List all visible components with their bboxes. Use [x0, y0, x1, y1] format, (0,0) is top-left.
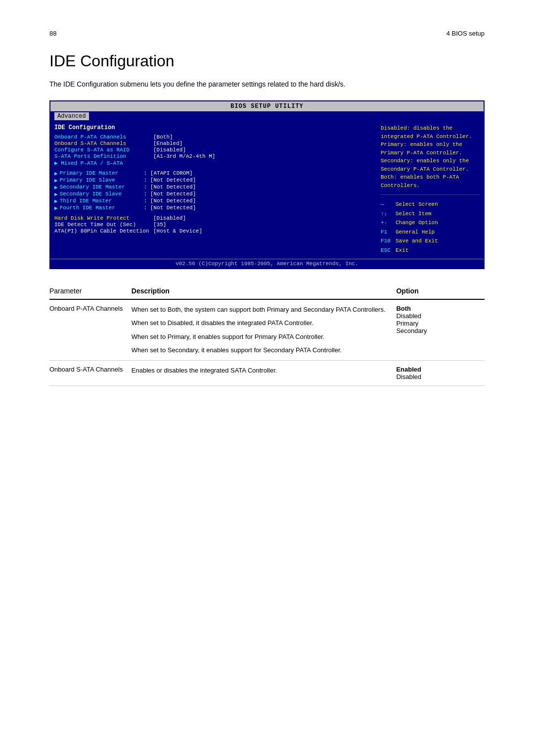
bios-key-f1: F1 General Help — [381, 228, 480, 237]
option-value: Enabled — [396, 366, 480, 373]
bios-menu-bar: Advanced — [50, 111, 484, 121]
bios-screenshot: BIOS SETUP UTILITY Advanced IDE Configur… — [49, 100, 485, 269]
bios-footer: v02.56 (C)Copyright 1985-2005, American … — [50, 259, 484, 268]
desc-paragraph: When set to Both, the system can support… — [132, 305, 392, 315]
bios-value-primary-slave: : [Not Detected] — [144, 177, 196, 184]
bios-key-select-item: ↑↓ Select Item — [381, 210, 480, 219]
bios-row-write-protect: Hard Disk Write Protect [Disabled] — [54, 215, 377, 221]
page-number: 88 — [49, 30, 56, 37]
bios-item-third-master: ▶ Third IDE Master : [Not Detected] — [54, 198, 377, 204]
bios-value-raid: [Disabled] — [153, 147, 186, 153]
bios-help-secondary: Secondary: enables only the Secondary P-… — [381, 157, 480, 173]
bios-row-ports: S-ATA Ports Definition [A1-3rd M/A2-4th … — [54, 153, 377, 159]
bios-help-disabled: Disabled: disables the integrated P-ATA … — [381, 124, 480, 141]
bios-value-third-master: : [Not Detected] — [144, 198, 196, 204]
bios-row-raid: Configure S-ATA as RAID [Disabled] — [54, 147, 377, 153]
bios-key-select-screen: ↔ Select Screen — [381, 200, 480, 209]
bios-label-pata: Onboard P-ATA Channels — [54, 134, 153, 140]
bios-item-primary-slave: ▶ Primary IDE Slave : [Not Detected] — [54, 177, 377, 184]
bios-arrow-primary-slave: ▶ — [54, 177, 58, 184]
bios-key-f10-key: F10 — [381, 237, 396, 246]
desc-paragraph: Enables or disables the integrated SATA … — [132, 366, 392, 376]
desc-paragraph: When set to Primary, it enables support … — [132, 332, 392, 342]
bios-value-primary-master: : [ATAPI CDROM] — [144, 170, 193, 177]
bios-item-fourth-master: ▶ Fourth IDE Master : [Not Detected] — [54, 205, 377, 211]
page-chapter: 4 BIOS setup — [446, 30, 485, 37]
table-header-desc: Description — [132, 284, 397, 299]
bios-menu-advanced[interactable]: Advanced — [54, 112, 89, 120]
bios-key-esc-key: ESC — [381, 246, 396, 255]
table-header-param: Parameter — [49, 284, 132, 299]
bios-label-write-protect: Hard Disk Write Protect — [54, 215, 153, 221]
bios-key-f10: F10 Save and Exit — [381, 237, 480, 246]
bios-item-primary-master: ▶ Primary IDE Master : [ATAPI CDROM] — [54, 170, 377, 177]
bios-label-secondary-slave: Secondary IDE Slave — [60, 191, 144, 197]
bios-help-primary: Primary: enables only the Primary P-ATA … — [381, 141, 480, 157]
bios-arrow-fourth-master: ▶ — [54, 205, 58, 211]
bios-label-primary-slave: Primary IDE Slave — [60, 177, 144, 184]
bios-key-arrows: ↔ — [381, 200, 396, 209]
bios-keydesc-esc: Exit — [396, 246, 408, 255]
bios-right-panel: Disabled: disables the integrated P-ATA … — [381, 124, 480, 256]
bios-menu-advanced-label: Advanced — [57, 113, 86, 120]
option-value: Both — [396, 305, 480, 312]
bios-keydesc-f1: General Help — [396, 228, 435, 237]
bios-arrow-secondary-slave: ▶ — [54, 191, 58, 197]
bios-label-mixed: ▶ Mixed P-ATA / S-ATA — [54, 160, 153, 166]
bios-label-secondary-master: Secondary IDE Master — [60, 184, 144, 190]
bios-arrow-third-master: ▶ — [54, 198, 58, 204]
desc-paragraph: When set to Secondary, it enables suppor… — [132, 345, 392, 355]
bios-item-secondary-slave: ▶ Secondary IDE Slave : [Not Detected] — [54, 191, 377, 197]
bios-title-bar: BIOS SETUP UTILITY — [50, 101, 484, 111]
bios-row-cable-detect: ATA(PI) 80Pin Cable Detection [Host & De… — [54, 228, 377, 234]
bios-row-sata: Onboard S-ATA Channels [Enabled] — [54, 141, 377, 146]
bios-label-fourth-master: Fourth IDE Master — [60, 205, 144, 211]
bios-content: IDE Configuration Onboard P-ATA Channels… — [50, 121, 484, 259]
table-cell-option-0: BothDisabledPrimarySecondary — [396, 299, 485, 361]
bios-value-ports: [A1-3rd M/A2-4th M] — [153, 153, 215, 159]
bios-label-detect-time: IDE Detect Time Out (Sec) — [54, 222, 153, 228]
table-cell-param-0: Onboard P-ATA Channels — [49, 299, 132, 361]
table-row: Onboard S-ATA ChannelsEnables or disable… — [49, 360, 485, 385]
bios-row-detect-time: IDE Detect Time Out (Sec) [35] — [54, 222, 377, 228]
bios-value-secondary-master: : [Not Detected] — [144, 184, 196, 190]
option-value: Disabled — [396, 373, 480, 380]
bios-value-write-protect: [Disabled] — [153, 215, 186, 221]
bios-keydesc-change-option: Change Option — [396, 219, 438, 228]
intro-text: The IDE Configuration submenu lets you d… — [49, 79, 485, 90]
bios-label-cable-detect: ATA(PI) 80Pin Cable Detection — [54, 228, 153, 234]
page-title: IDE Configuration — [49, 52, 485, 70]
bios-left-panel: IDE Configuration Onboard P-ATA Channels… — [54, 124, 377, 256]
bios-label-ports: S-ATA Ports Definition — [54, 153, 153, 159]
bios-label-raid: Configure S-ATA as RAID — [54, 147, 153, 153]
table-header-option: Option — [396, 284, 485, 299]
bios-value-sata: [Enabled] — [153, 141, 182, 146]
bios-title-text: BIOS SETUP UTILITY — [230, 103, 304, 110]
page-container: 88 4 BIOS setup IDE Configuration The ID… — [0, 0, 534, 416]
desc-paragraph: When set to Disabled, it disables the in… — [132, 318, 392, 328]
table-cell-param-1: Onboard S-ATA Channels — [49, 360, 132, 385]
table-cell-desc-1: Enables or disables the integrated SATA … — [132, 360, 397, 385]
bios-value-pata: [Both] — [153, 134, 173, 140]
bios-keydesc-f10: Save and Exit — [396, 237, 438, 246]
bios-value-detect-time: [35] — [153, 222, 166, 228]
bios-label-third-master: Third IDE Master — [60, 198, 144, 204]
bios-arrow-primary-master: ▶ — [54, 170, 58, 177]
bios-key-f1-key: F1 — [381, 228, 396, 237]
bios-keydesc-select-screen: Select Screen — [396, 200, 438, 209]
bios-key-change-option: +- Change Option — [381, 219, 480, 228]
bios-key-esc: ESC Exit — [381, 246, 480, 255]
bios-keydesc-select-item: Select Item — [396, 210, 432, 219]
bios-label-sata: Onboard S-ATA Channels — [54, 141, 153, 146]
bios-key-updown: ↑↓ — [381, 210, 396, 219]
bios-value-fourth-master: : [Not Detected] — [144, 205, 196, 211]
bios-value-cable-detect: [Host & Device] — [153, 228, 202, 234]
bios-arrow-secondary-master: ▶ — [54, 184, 58, 190]
table-cell-desc-0: When set to Both, the system can support… — [132, 299, 397, 361]
bios-label-primary-master: Primary IDE Master — [60, 170, 144, 177]
bios-section-title: IDE Configuration — [54, 124, 377, 131]
bios-row-mixed: ▶ Mixed P-ATA / S-ATA — [54, 160, 377, 166]
parameter-table: Parameter Description Option Onboard P-A… — [49, 284, 485, 386]
page-header: 88 4 BIOS setup — [49, 30, 485, 37]
table-cell-option-1: EnabledDisabled — [396, 360, 485, 385]
